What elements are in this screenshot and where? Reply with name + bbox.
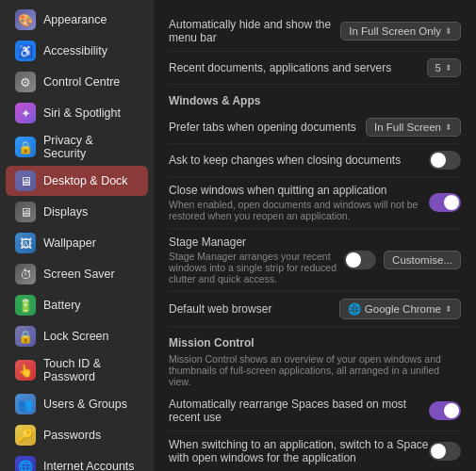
- appearance-icon: 🎨: [15, 9, 36, 30]
- sidebar-item-lock-screen[interactable]: 🔒Lock Screen: [6, 321, 148, 351]
- sidebar-item-siri-spotlight[interactable]: ✦Siri & Spotlight: [6, 98, 148, 128]
- sidebar-item-label: Displays: [43, 205, 88, 219]
- dropdown[interactable]: In Full Screen ⬍: [366, 118, 461, 137]
- setting-row-stage-manager: Stage ManagerStage Manager arranges your…: [169, 229, 461, 292]
- section-title-mission-control: Mission Control: [169, 336, 461, 349]
- setting-label-recent-docs: Recent documents, applications and serve…: [169, 61, 427, 74]
- displays-icon: 🖥: [15, 202, 36, 222]
- control-centre-icon: ⚙: [15, 72, 36, 92]
- sidebar-item-privacy-security[interactable]: 🔒Privacy & Security: [6, 129, 148, 165]
- sidebar: 🎨Appearance♿Accessibility⚙Control Centre…: [0, 0, 154, 471]
- wallpaper-icon: 🖼: [15, 233, 36, 253]
- setting-row-auto-rearrange: Automatically rearrange Spaces based on …: [169, 391, 461, 431]
- toggle[interactable]: [429, 442, 461, 461]
- accessibility-icon: ♿: [15, 41, 36, 61]
- setting-row-default-browser: Default web browser🌐 Google Chrome ⬍: [169, 292, 461, 327]
- sidebar-item-internet-accounts[interactable]: 🌐Internet Accounts: [6, 451, 148, 471]
- sidebar-item-displays[interactable]: 🖥Displays: [6, 197, 148, 227]
- sidebar-item-label: Users & Groups: [43, 398, 127, 411]
- sidebar-item-label: Siri & Spotlight: [43, 106, 121, 120]
- setting-label-close-windows: Close windows when quitting an applicati…: [169, 184, 429, 221]
- default-browser-label: Default web browser: [169, 302, 339, 316]
- setting-label-auto-rearrange: Automatically rearrange Spaces based on …: [169, 398, 429, 424]
- sidebar-item-label: Accessibility: [43, 44, 107, 57]
- sidebar-item-label: Privacy & Security: [43, 134, 139, 160]
- dropdown[interactable]: 5 ⬍: [427, 58, 461, 77]
- setting-row-ask-keep-changes: Ask to keep changes when closing documen…: [169, 144, 461, 177]
- sidebar-item-label: Control Centre: [43, 75, 120, 89]
- sidebar-item-passwords[interactable]: 🔑Passwords: [6, 420, 148, 450]
- toggle[interactable]: [344, 251, 376, 269]
- setting-subtext: When enabled, open documents and windows…: [169, 199, 429, 221]
- setting-row-prefer-tabs: Prefer tabs when opening documentsIn Ful…: [169, 111, 461, 144]
- desktop-dock-icon: 🖥: [15, 171, 36, 191]
- sidebar-item-battery[interactable]: 🔋Battery: [6, 290, 148, 320]
- toggle[interactable]: [429, 151, 461, 170]
- sidebar-item-label: Battery: [43, 299, 81, 312]
- internet-accounts-icon: 🌐: [15, 456, 36, 471]
- customise-button[interactable]: Customise...: [384, 251, 461, 269]
- toggle[interactable]: [429, 193, 461, 212]
- lock-screen-icon: 🔒: [15, 326, 36, 347]
- dropdown[interactable]: 🌐 Google Chrome ⬍: [339, 299, 461, 319]
- privacy-security-icon: 🔒: [15, 137, 36, 157]
- setting-label-ask-keep-changes: Ask to keep changes when closing documen…: [169, 154, 429, 167]
- sidebar-item-users-groups[interactable]: 👥Users & Groups: [6, 389, 148, 419]
- sidebar-item-control-centre[interactable]: ⚙Control Centre: [6, 67, 148, 97]
- setting-label-switch-space: When switching to an application, switch…: [169, 438, 429, 464]
- touch-id-password-icon: 👆: [15, 360, 36, 381]
- chrome-icon: 🌐: [348, 302, 361, 316]
- setting-row-close-windows: Close windows when quitting an applicati…: [169, 177, 461, 229]
- sidebar-item-label: Wallpaper: [43, 236, 96, 250]
- setting-row-auto-hide-menu: Automatically hide and show the menu bar…: [169, 11, 461, 52]
- toggle[interactable]: [429, 401, 461, 420]
- passwords-icon: 🔑: [15, 425, 36, 446]
- siri-spotlight-icon: ✦: [15, 103, 36, 123]
- sidebar-item-label: Lock Screen: [43, 330, 108, 343]
- sidebar-item-label: Appearance: [43, 13, 107, 26]
- setting-label-auto-hide-menu: Automatically hide and show the menu bar: [169, 18, 340, 44]
- sidebar-item-touch-id-password[interactable]: 👆Touch ID & Password: [6, 352, 148, 388]
- stage-manager-label: Stage ManagerStage Manager arranges your…: [169, 236, 344, 284]
- sidebar-item-appearance[interactable]: 🎨Appearance: [6, 5, 148, 35]
- sidebar-item-label: Internet Accounts: [43, 460, 135, 471]
- users-groups-icon: 👥: [15, 394, 36, 414]
- sidebar-item-screen-saver[interactable]: ⏱Screen Saver: [6, 259, 148, 289]
- setting-row-recent-docs: Recent documents, applications and serve…: [169, 52, 461, 85]
- setting-row-switch-space: When switching to an application, switch…: [169, 431, 461, 471]
- stage-manager-subtext: Stage Manager arranges your recent windo…: [169, 251, 344, 284]
- section-title-windows-apps: Windows & Apps: [169, 94, 461, 107]
- battery-icon: 🔋: [15, 295, 36, 316]
- sidebar-item-accessibility[interactable]: ♿Accessibility: [6, 36, 148, 66]
- dropdown[interactable]: In Full Screen Only ⬍: [340, 22, 461, 41]
- sidebar-item-wallpaper[interactable]: 🖼Wallpaper: [6, 228, 148, 258]
- screen-saver-icon: ⏱: [15, 264, 36, 284]
- sidebar-item-label: Passwords: [43, 429, 101, 442]
- sidebar-item-desktop-dock[interactable]: 🖥Desktop & Dock: [6, 166, 148, 196]
- mission-control-subtext: Mission Control shows an overview of you…: [169, 353, 461, 387]
- sidebar-item-label: Desktop & Dock: [43, 174, 128, 187]
- setting-label-prefer-tabs: Prefer tabs when opening documents: [169, 121, 366, 134]
- sidebar-item-label: Touch ID & Password: [43, 357, 139, 383]
- sidebar-item-label: Screen Saver: [43, 268, 115, 281]
- main-content: Automatically hide and show the menu bar…: [154, 0, 476, 471]
